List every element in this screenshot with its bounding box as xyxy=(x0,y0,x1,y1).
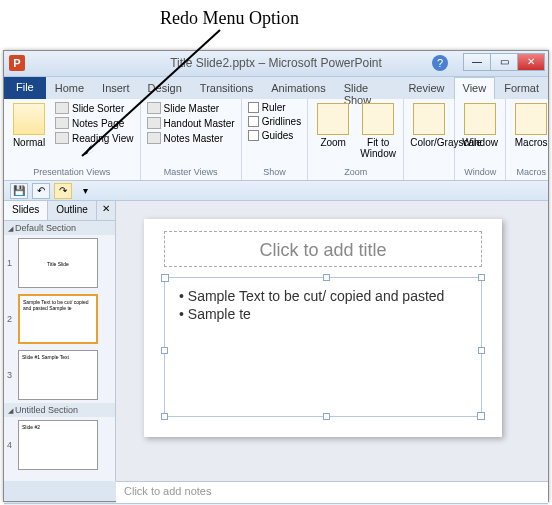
qat-customize-button[interactable]: ▾ xyxy=(76,183,94,199)
thumbnail-4[interactable]: 4Slide #2 xyxy=(4,417,115,473)
titlebar: P Title Slide2.pptx – Microsoft PowerPoi… xyxy=(4,51,548,77)
main-panes: Slides Outline ✕ Default Section 1Title … xyxy=(4,201,548,481)
tab-view[interactable]: View xyxy=(454,77,496,99)
group-master-views: Slide Master Handout Master Notes Master… xyxy=(141,99,242,180)
title-placeholder[interactable]: Click to add title xyxy=(164,231,482,267)
help-button[interactable]: ? xyxy=(432,55,448,71)
zoom-icon xyxy=(317,103,349,135)
slide-sorter-icon xyxy=(55,102,69,114)
quick-access-toolbar: 💾 ↶ ↷ ▾ xyxy=(4,181,548,201)
ruler-checkbox[interactable]: Ruler xyxy=(246,101,303,114)
redo-button[interactable]: ↷ xyxy=(54,183,72,199)
group-color: Color/Grayscale xyxy=(404,99,455,180)
tab-review[interactable]: Review xyxy=(399,77,453,99)
handout-master-button[interactable]: Handout Master xyxy=(145,116,237,130)
tab-home[interactable]: Home xyxy=(46,77,93,99)
tab-slideshow[interactable]: Slide Show xyxy=(335,77,400,99)
powerpoint-icon: P xyxy=(9,55,25,71)
fit-icon xyxy=(362,103,394,135)
section-default[interactable]: Default Section xyxy=(4,221,115,235)
macros-button[interactable]: Macros xyxy=(510,101,552,150)
zoom-button[interactable]: Zoom xyxy=(312,101,354,150)
ribbon: Normal Slide Sorter Notes Page Reading V… xyxy=(4,99,548,181)
group-show: Ruler Gridlines Guides Show xyxy=(242,99,308,180)
tab-format[interactable]: Format xyxy=(495,77,548,99)
maximize-button[interactable]: ▭ xyxy=(490,53,518,71)
notes-page-button[interactable]: Notes Page xyxy=(53,116,136,130)
save-button[interactable]: 💾 xyxy=(10,183,28,199)
slide-sorter-button[interactable]: Slide Sorter xyxy=(53,101,136,115)
file-tab[interactable]: File xyxy=(4,77,46,99)
guides-checkbox[interactable]: Guides xyxy=(246,129,303,142)
bullet-2[interactable]: Sample te xyxy=(179,306,467,322)
outline-tab[interactable]: Outline xyxy=(48,201,97,220)
thumbnail-list[interactable]: Default Section 1Title Slide 2Sample Tex… xyxy=(4,221,115,481)
window-button[interactable]: Window xyxy=(459,101,501,150)
group-presentation-views: Normal Slide Sorter Notes Page Reading V… xyxy=(4,99,141,180)
slide-master-button[interactable]: Slide Master xyxy=(145,101,237,115)
section-untitled[interactable]: Untitled Section xyxy=(4,403,115,417)
slide-canvas[interactable]: Click to add title Sample Text to be cut… xyxy=(116,201,548,481)
notes-pane[interactable]: Click to add notes xyxy=(116,481,548,503)
tab-animations[interactable]: Animations xyxy=(262,77,334,99)
gridlines-checkbox[interactable]: Gridlines xyxy=(246,115,303,128)
notes-master-button[interactable]: Notes Master xyxy=(145,131,237,145)
notes-master-icon xyxy=(147,132,161,144)
tab-insert[interactable]: Insert xyxy=(93,77,139,99)
fit-to-window-button[interactable]: Fit to Window xyxy=(357,101,399,161)
group-macros: Macros Macros xyxy=(506,99,552,180)
minimize-button[interactable]: — xyxy=(463,53,491,71)
reading-view-icon xyxy=(55,132,69,144)
thumbnail-3[interactable]: 3Slide #1 Sample Text xyxy=(4,347,115,403)
thumbnail-2[interactable]: 2Sample Text to be cut/ copied and paste… xyxy=(4,291,115,347)
tab-transitions[interactable]: Transitions xyxy=(191,77,262,99)
group-zoom: Zoom Fit to Window Zoom xyxy=(308,99,404,180)
bullet-1[interactable]: Sample Text to be cut/ copied and pasted xyxy=(179,288,467,304)
macros-icon xyxy=(515,103,547,135)
window-icon xyxy=(464,103,496,135)
slide-master-icon xyxy=(147,102,161,114)
panel-close-button[interactable]: ✕ xyxy=(97,201,115,220)
normal-view-button[interactable]: Normal xyxy=(8,101,50,150)
powerpoint-window: P Title Slide2.pptx – Microsoft PowerPoi… xyxy=(3,50,549,502)
color-grayscale-button[interactable]: Color/Grayscale xyxy=(408,101,450,150)
slides-tab[interactable]: Slides xyxy=(4,201,48,220)
annotation-label: Redo Menu Option xyxy=(160,8,299,29)
ribbon-tabs: File Home Insert Design Transitions Anim… xyxy=(4,77,548,99)
content-placeholder[interactable]: Sample Text to be cut/ copied and pasted… xyxy=(164,277,482,417)
group-window: Window Window xyxy=(455,99,506,180)
slide: Click to add title Sample Text to be cut… xyxy=(144,219,502,437)
reading-view-button[interactable]: Reading View xyxy=(53,131,136,145)
notes-page-icon xyxy=(55,117,69,129)
undo-button[interactable]: ↶ xyxy=(32,183,50,199)
color-icon xyxy=(413,103,445,135)
slides-panel: Slides Outline ✕ Default Section 1Title … xyxy=(4,201,116,481)
close-button[interactable]: ✕ xyxy=(517,53,545,71)
thumbnail-1[interactable]: 1Title Slide xyxy=(4,235,115,291)
handout-master-icon xyxy=(147,117,161,129)
tab-design[interactable]: Design xyxy=(139,77,191,99)
